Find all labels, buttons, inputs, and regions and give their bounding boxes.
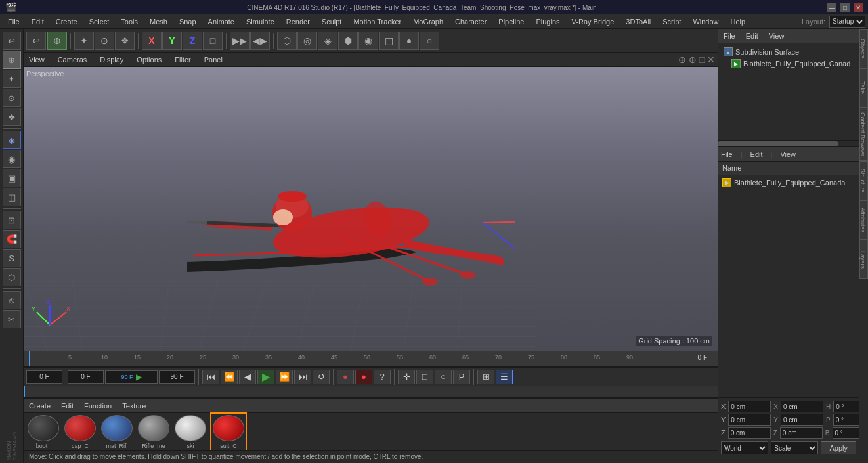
- tab-attributes[interactable]: Attributes: [859, 200, 868, 240]
- scene-item-subdivision[interactable]: S Subdivision Surface: [721, 46, 856, 58]
- goto-next-btn[interactable]: ⏩: [276, 370, 293, 384]
- coord-z-pos[interactable]: [728, 427, 771, 439]
- menu-motion-tracker[interactable]: Motion Tracker: [348, 16, 406, 27]
- scale-tool[interactable]: ✦: [3, 70, 21, 88]
- layout-dropdown[interactable]: Startup: [829, 16, 865, 28]
- z-axis[interactable]: Z: [183, 32, 202, 50]
- material-boot[interactable]: boot_: [26, 414, 60, 451]
- material-btn[interactable]: ◈: [318, 32, 337, 50]
- scale-btn[interactable]: ⊙: [95, 32, 114, 50]
- menu-vray[interactable]: V-Ray Bridge: [567, 16, 620, 27]
- tab-content-browser[interactable]: Content Browser: [859, 108, 868, 161]
- loop-btn[interactable]: ↺: [313, 370, 330, 384]
- grid-layout-btn[interactable]: ⊞: [477, 370, 494, 384]
- menu-animate[interactable]: Animate: [203, 16, 240, 27]
- pen-tool[interactable]: ⎋: [3, 291, 21, 309]
- mat-edit[interactable]: Edit: [58, 402, 76, 410]
- menu-mograph[interactable]: MoGraph: [408, 16, 448, 27]
- move-tool[interactable]: ⊕: [3, 51, 21, 69]
- attr-view[interactable]: View: [780, 150, 796, 158]
- texture-btn[interactable]: ◎: [297, 32, 317, 50]
- magnet-tool[interactable]: 🧲: [3, 230, 21, 248]
- coord-system-dropdown[interactable]: World Object: [721, 441, 768, 454]
- layout-toggle-btn[interactable]: ☰: [496, 370, 513, 384]
- menu-pipeline[interactable]: Pipeline: [493, 16, 529, 27]
- menu-3dtoall[interactable]: 3DToAll: [620, 16, 656, 27]
- material-suit[interactable]: suit_C: [210, 412, 247, 452]
- rot-key-btn[interactable]: ○: [435, 370, 452, 384]
- render-picture[interactable]: ◀▶: [250, 32, 270, 50]
- edges-mode[interactable]: ▣: [3, 169, 21, 187]
- attr-file[interactable]: File: [721, 150, 733, 158]
- viewport-bg[interactable]: X Y Z Grid Spacing : 100 cm: [24, 67, 718, 351]
- material-rifleme[interactable]: Rifle_me: [137, 414, 171, 451]
- menu-window[interactable]: Window: [687, 16, 724, 27]
- rotate-btn[interactable]: ❖: [115, 32, 135, 50]
- material-cap[interactable]: cap_C: [63, 414, 97, 451]
- coord-y-size[interactable]: [781, 414, 823, 426]
- move-key-btn[interactable]: ✛: [398, 370, 415, 384]
- menu-sculpt[interactable]: Sculpt: [316, 16, 347, 27]
- maximize-button[interactable]: □: [840, 3, 850, 12]
- menu-character[interactable]: Character: [450, 16, 492, 27]
- points-mode[interactable]: ◉: [3, 150, 21, 168]
- scene-edit[interactable]: Edit: [743, 32, 761, 40]
- goto-end-btn[interactable]: ⏭: [294, 370, 311, 384]
- current-frame-input[interactable]: [26, 370, 62, 384]
- material-ski[interactable]: ski: [173, 414, 207, 451]
- world-axis[interactable]: □: [203, 32, 223, 50]
- object-mode[interactable]: ◈: [3, 131, 21, 149]
- menu-file[interactable]: File: [3, 16, 25, 27]
- perspective-btn[interactable]: ⬡: [277, 32, 297, 50]
- close-button[interactable]: ✕: [854, 3, 863, 12]
- minimize-button[interactable]: —: [827, 3, 836, 12]
- menu-mesh[interactable]: Mesh: [144, 16, 173, 27]
- menu-help[interactable]: Help: [726, 16, 751, 27]
- scene-file[interactable]: File: [721, 32, 738, 40]
- attr-edit[interactable]: Edit: [750, 150, 763, 158]
- tab-objects[interactable]: Objects: [859, 29, 868, 68]
- menu-create[interactable]: Create: [51, 16, 83, 27]
- end-frame-input[interactable]: [159, 370, 195, 384]
- vp-cameras[interactable]: Cameras: [55, 56, 90, 64]
- coord-y-pos[interactable]: [728, 414, 771, 426]
- camera-btn[interactable]: ⬢: [338, 32, 358, 50]
- snap-tool[interactable]: ⊡: [3, 211, 21, 229]
- coord-x-size[interactable]: [781, 401, 823, 412]
- selection-tool[interactable]: ❖: [3, 108, 21, 126]
- start-frame-display[interactable]: [68, 370, 104, 384]
- menu-script[interactable]: Script: [657, 16, 686, 27]
- apply-button[interactable]: Apply: [821, 441, 856, 454]
- vp-display[interactable]: Display: [97, 56, 126, 64]
- undo-button[interactable]: ↩: [3, 32, 21, 50]
- vp-options[interactable]: Options: [134, 56, 164, 64]
- help-btn[interactable]: ?: [374, 370, 391, 384]
- x-axis[interactable]: X: [142, 32, 162, 50]
- move-btn[interactable]: ✦: [74, 32, 94, 50]
- rotate-tool[interactable]: ⊙: [3, 89, 21, 107]
- param-key-btn[interactable]: P: [453, 370, 470, 384]
- light-btn[interactable]: ◉: [358, 32, 378, 50]
- menu-edit[interactable]: Edit: [26, 16, 49, 27]
- attr-item-biathlete[interactable]: ▶ Biathlete_Fully_Equipped_Canada: [720, 177, 857, 188]
- menu-render[interactable]: Render: [281, 16, 315, 27]
- play-btn[interactable]: ▶: [257, 370, 274, 384]
- mat-function[interactable]: Function: [81, 402, 114, 410]
- goto-start-btn[interactable]: ⏮: [202, 370, 219, 384]
- ik-btn[interactable]: ◫: [379, 32, 399, 50]
- record-btn[interactable]: ●: [337, 370, 354, 384]
- frame-range-bar[interactable]: 90 F ▶: [105, 370, 158, 384]
- menu-simulate[interactable]: Simulate: [241, 16, 280, 27]
- menu-tools[interactable]: Tools: [116, 16, 143, 27]
- tab-layers[interactable]: Layers: [859, 240, 868, 279]
- vp-filter[interactable]: Filter: [172, 56, 193, 64]
- scene-panel-scrollbar[interactable]: [718, 140, 859, 146]
- vp-view[interactable]: View: [26, 56, 47, 64]
- mat-texture[interactable]: Texture: [119, 402, 148, 410]
- mat-create[interactable]: Create: [26, 402, 53, 410]
- soft-selection[interactable]: S: [3, 249, 21, 267]
- polygons-mode[interactable]: ◫: [3, 188, 21, 206]
- menu-select[interactable]: Select: [84, 16, 115, 27]
- tab-structure[interactable]: Structure: [859, 161, 868, 200]
- deformer-btn[interactable]: ●: [399, 32, 419, 50]
